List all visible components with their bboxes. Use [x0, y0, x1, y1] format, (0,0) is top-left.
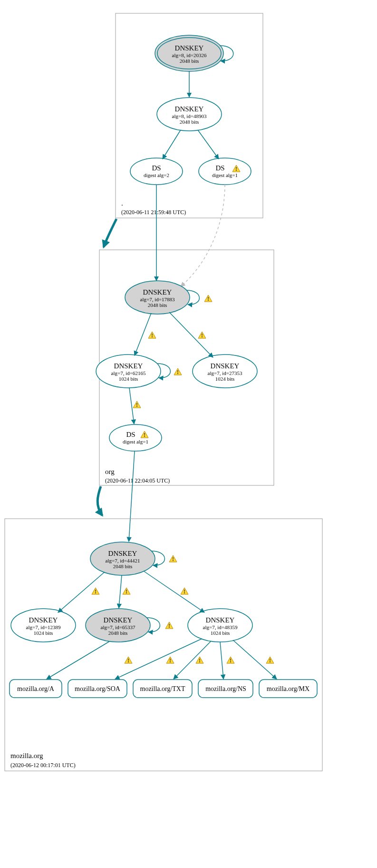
rr-a: mozilla.org/A: [10, 680, 62, 698]
svg-text:!: !: [127, 657, 129, 664]
svg-text:2048 bits: 2048 bits: [180, 119, 199, 125]
warning-icon: !: [169, 555, 177, 562]
svg-text:DNSKEY: DNSKEY: [175, 105, 204, 113]
svg-text:2048 bits: 2048 bits: [180, 58, 199, 64]
svg-text:1024 bits: 1024 bits: [34, 630, 53, 636]
svg-text:!: !: [126, 588, 127, 595]
svg-text:mozilla.org/MX: mozilla.org/MX: [267, 685, 309, 692]
svg-text:!: !: [144, 432, 145, 438]
svg-text:mozilla.org/TXT: mozilla.org/TXT: [140, 685, 185, 692]
edge-k3-ns: [220, 642, 223, 679]
svg-text:2048 bits: 2048 bits: [113, 563, 133, 569]
warning-icon: !: [196, 657, 203, 664]
svg-text:alg=7, id=62165: alg=7, id=62165: [111, 370, 146, 376]
edge-orgksk-zsk1: [135, 313, 151, 355]
zone-time-root: (2020-06-11 21:59:48 UTC): [121, 209, 186, 216]
warning-icon: !: [266, 657, 274, 664]
svg-text:DNSKEY: DNSKEY: [206, 616, 235, 624]
svg-text:!: !: [207, 296, 209, 302]
edge-ds2-orgksk-dashed: [181, 185, 225, 286]
warning-icon: !: [227, 657, 234, 664]
node-org-zsk2: DNSKEY alg=7, id=27353 1024 bits: [193, 355, 257, 388]
svg-text:DNSKEY: DNSKEY: [114, 362, 143, 370]
svg-text:alg=7, id=65337: alg=7, id=65337: [101, 624, 135, 630]
svg-text:DNSKEY: DNSKEY: [29, 616, 58, 624]
edge-orgzsk1-ds: [129, 388, 134, 424]
warning-icon: !: [174, 368, 182, 375]
svg-text:DS: DS: [152, 164, 161, 172]
delegation-org-mozilla: [97, 486, 102, 515]
rr-ns: mozilla.org/NS: [198, 680, 253, 698]
rr-soa: mozilla.org/SOA: [68, 680, 127, 698]
node-root-ds1: DS digest alg=2: [130, 158, 183, 185]
edge-root-zsk-ds2: [198, 130, 219, 159]
svg-text:!: !: [168, 622, 170, 629]
svg-text:1024 bits: 1024 bits: [215, 376, 235, 382]
svg-text:!: !: [199, 657, 201, 664]
svg-point-32: [109, 424, 162, 451]
svg-text:2048 bits: 2048 bits: [108, 630, 128, 636]
edge-mozksk-k3: [144, 571, 204, 612]
svg-text:mozilla.org/NS: mozilla.org/NS: [205, 685, 246, 692]
node-root-ds2: DS digest alg=1: [199, 158, 251, 185]
svg-text:digest alg=2: digest alg=2: [144, 172, 169, 178]
svg-text:digest alg=1: digest alg=1: [212, 172, 238, 178]
svg-point-12: [199, 158, 251, 185]
svg-text:alg=7, id=12389: alg=7, id=12389: [26, 624, 61, 630]
node-moz-ksk: DNSKEY alg=7, id=44421 2048 bits: [90, 542, 155, 575]
warning-icon: !: [148, 332, 156, 339]
svg-text:alg=7, id=17883: alg=7, id=17883: [140, 296, 175, 302]
zone-label-mozilla: mozilla.org: [10, 752, 43, 760]
svg-text:!: !: [184, 588, 185, 595]
edge-root-zsk-ds1: [163, 130, 181, 159]
rr-mx: mozilla.org/MX: [259, 680, 317, 698]
svg-text:!: !: [201, 332, 203, 339]
svg-text:!: !: [136, 402, 138, 408]
node-root-zsk: DNSKEY alg=8, id=48903 2048 bits: [157, 98, 222, 131]
svg-text:!: !: [95, 588, 97, 595]
svg-text:DNSKEY: DNSKEY: [108, 550, 137, 557]
svg-text:DNSKEY: DNSKEY: [104, 616, 133, 624]
svg-text:DNSKEY: DNSKEY: [211, 362, 240, 370]
node-moz-k3: DNSKEY alg=7, id=48359 1024 bits: [188, 609, 252, 642]
zone-box-mozilla: [5, 519, 322, 771]
warning-icon: !: [92, 588, 99, 595]
warning-icon: !: [125, 657, 132, 664]
svg-text:!: !: [169, 657, 171, 664]
svg-text:digest alg=1: digest alg=1: [123, 439, 148, 444]
svg-text:alg=8, id=20326: alg=8, id=20326: [172, 52, 207, 58]
warning-icon: !: [165, 622, 173, 629]
edge-k2-a: [47, 641, 109, 679]
svg-text:1024 bits: 1024 bits: [119, 376, 138, 382]
node-org-zsk1: DNSKEY alg=7, id=62165 1024 bits: [96, 355, 161, 388]
svg-text:alg=7, id=27353: alg=7, id=27353: [208, 370, 242, 376]
edge-k3-txt: [174, 641, 211, 679]
svg-text:mozilla.org/SOA: mozilla.org/SOA: [75, 685, 121, 692]
svg-text:alg=8, id=48903: alg=8, id=48903: [172, 113, 207, 119]
svg-text:2048 bits: 2048 bits: [148, 302, 167, 308]
node-org-ds: DS digest alg=1: [109, 424, 162, 451]
warning-icon: !: [204, 295, 212, 302]
svg-text:mozilla.org/A: mozilla.org/A: [17, 685, 55, 692]
svg-text:DNSKEY: DNSKEY: [175, 44, 204, 52]
svg-text:alg=7, id=48359: alg=7, id=48359: [203, 624, 238, 630]
delegation-root-org: [104, 219, 116, 247]
svg-text:!: !: [269, 657, 271, 664]
node-moz-k2: DNSKEY alg=7, id=65337 2048 bits: [86, 609, 150, 642]
node-root-ksk: DNSKEY alg=8, id=20326 2048 bits: [155, 35, 223, 71]
edge-orgds-mozksk: [129, 451, 135, 542]
node-org-ksk: DNSKEY alg=7, id=17883 2048 bits: [125, 281, 190, 314]
svg-text:1024 bits: 1024 bits: [211, 630, 230, 636]
zone-label-root: .: [121, 199, 123, 207]
warning-icon: !: [133, 401, 141, 408]
svg-text:!: !: [172, 556, 174, 562]
warning-icon: !: [166, 657, 174, 664]
svg-text:DNSKEY: DNSKEY: [143, 288, 172, 296]
svg-text:alg=7, id=44421: alg=7, id=44421: [106, 558, 140, 563]
zone-time-mozilla: (2020-06-12 00:17:01 UTC): [10, 762, 76, 769]
warning-icon: !: [123, 588, 130, 595]
node-moz-k1: DNSKEY alg=7, id=12389 1024 bits: [11, 609, 76, 642]
svg-text:DS: DS: [126, 431, 135, 438]
edge-orgksk-zsk2: [169, 312, 213, 357]
svg-text:!: !: [177, 369, 179, 375]
